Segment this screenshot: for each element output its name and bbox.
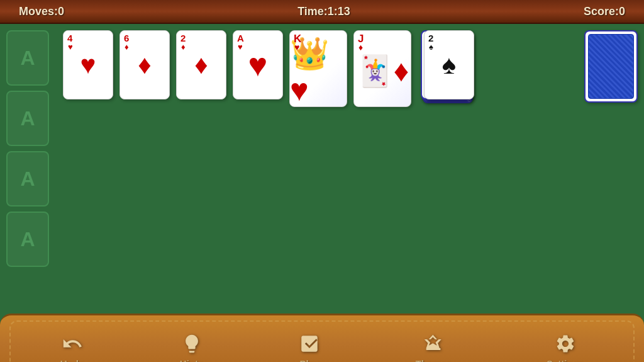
card-2-diamonds[interactable]: 2 ♦ ♦: [176, 30, 226, 99]
play-button[interactable]: Play: [289, 328, 330, 363]
cards-area: 4 ♥ ♥ 6 ♦ ♦ 2 ♦ ♦ A ♥ ♥ K ♥ 👑♥: [63, 30, 480, 107]
themes-icon: [423, 333, 444, 354]
settings-label: Settings: [547, 358, 584, 363]
card-king-hearts[interactable]: K ♥ 👑♥: [289, 30, 347, 107]
play-label: Play: [300, 358, 319, 363]
card-2-spades[interactable]: 2 ♠ ♠: [424, 30, 474, 99]
themes-label: Themes: [416, 358, 452, 363]
ace-placeholder-1[interactable]: A: [6, 30, 49, 86]
card-jack-diamonds[interactable]: J ♦ 🃏♦: [353, 30, 411, 107]
moves-stat: Moves:0: [19, 5, 64, 18]
settings-button[interactable]: Settings: [536, 328, 594, 363]
two-spades-stack: 2 ♠ ♠: [418, 30, 480, 99]
card-ace-hearts[interactable]: A ♥ ♥: [233, 30, 283, 99]
card-6-diamonds[interactable]: 6 ♦ ♦: [119, 30, 170, 99]
time-stat: Time:1:13: [297, 5, 350, 18]
undo-label: Undo: [60, 358, 84, 363]
score-stat: Score:0: [584, 5, 625, 18]
play-icon: [299, 333, 320, 354]
game-area: A A A A 4 ♥ ♥ 6 ♦ ♦ 2 ♦ ♦ A ♥ ♥: [0, 24, 644, 314]
ace-placeholder-4[interactable]: A: [6, 212, 49, 267]
ace-placeholder-3[interactable]: A: [6, 151, 49, 206]
hints-label: Hints: [180, 358, 204, 363]
top-bar: Moves:0 Time:1:13 Score:0: [0, 0, 644, 24]
bottom-toolbar: Undo Hints Play Themes Settings: [0, 314, 644, 362]
deck-card[interactable]: [584, 30, 638, 103]
undo-button[interactable]: Undo: [50, 328, 94, 363]
ace-placeholders: A A A A: [6, 30, 49, 267]
ace-placeholder-2[interactable]: A: [6, 91, 49, 146]
hints-icon: [181, 333, 203, 354]
themes-button[interactable]: Themes: [406, 328, 462, 363]
undo-icon: [62, 333, 83, 354]
hints-button[interactable]: Hints: [170, 328, 214, 363]
card-4-hearts[interactable]: 4 ♥ ♥: [63, 30, 113, 99]
settings-icon: [555, 333, 576, 354]
